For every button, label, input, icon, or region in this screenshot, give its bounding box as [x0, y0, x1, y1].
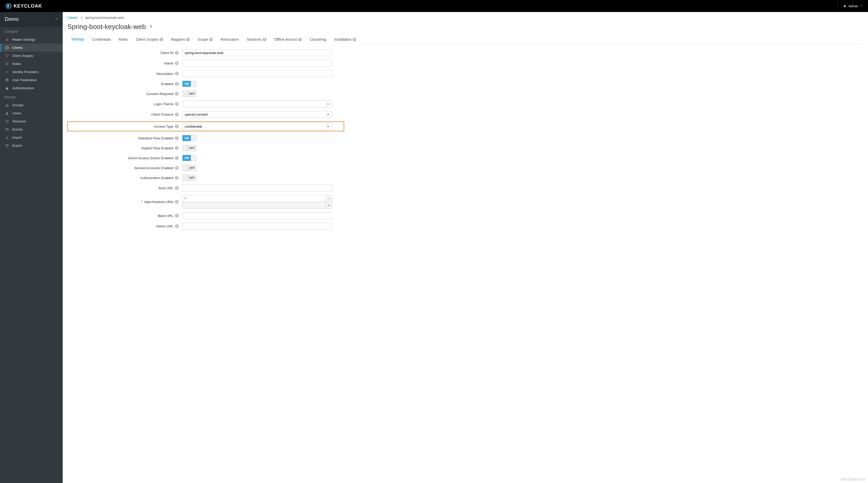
admin-url-input[interactable] [182, 223, 332, 229]
sidebar-item-groups[interactable]: Groups [0, 101, 63, 109]
realm-selector[interactable]: Demo [0, 12, 63, 27]
sidebar-item-sessions[interactable]: Sessions [0, 117, 63, 125]
sidebar-item-clients[interactable]: Clients [0, 43, 63, 52]
sidebar-item-label: Roles [12, 62, 21, 66]
sidebar-item-label: User Federation [12, 78, 36, 82]
tab-mappers[interactable]: Mappers? [167, 34, 194, 44]
cube-icon [5, 46, 9, 50]
breadcrumb: Clients ❯ spring-boot-keycloak-web [67, 16, 863, 20]
sidebar-item-client-scopes[interactable]: Client Scopes [0, 52, 63, 60]
sidebar-item-label: Export [12, 143, 22, 148]
realm-name: Demo [5, 16, 19, 22]
sidebar-item-roles[interactable]: Roles [0, 60, 63, 68]
tab-scope[interactable]: Scope? [194, 34, 217, 44]
sidebar-item-user-federation[interactable]: User Federation [0, 76, 63, 84]
clock-icon [5, 120, 9, 123]
tab-sessions[interactable]: Sessions? [243, 34, 270, 44]
breadcrumb-parent-link[interactable]: Clients [67, 16, 78, 20]
sidebar-item-identity-providers[interactable]: Identity Providers [0, 68, 63, 76]
help-icon: ? [175, 224, 179, 228]
chevron-down-icon [860, 4, 863, 8]
description-input[interactable] [182, 70, 332, 77]
user-menu[interactable]: Admin [838, 0, 863, 12]
help-icon: ? [263, 38, 266, 41]
direct-access-toggle[interactable]: ONOFF [182, 155, 196, 161]
help-icon: ? [175, 166, 179, 170]
tab-clustering[interactable]: Clustering [306, 34, 330, 44]
sidebar-item-label: Realm Settings [12, 38, 35, 41]
client-protocol-select[interactable]: openid-connect [182, 111, 332, 118]
svg-point-16 [7, 104, 8, 105]
svg-point-13 [6, 78, 8, 79]
help-icon: ? [175, 136, 179, 140]
help-icon: ? [175, 186, 179, 190]
help-icon: ? [175, 200, 179, 204]
field-label: * Valid Redirect URIs? [67, 200, 182, 204]
remove-uri-button[interactable]: − [326, 195, 332, 202]
delete-client-button[interactable] [149, 25, 153, 29]
sidebar-item-events[interactable]: Events [0, 125, 63, 133]
svg-point-8 [7, 54, 9, 55]
brand-logo[interactable]: KEYCLOAK [5, 3, 42, 9]
lock-icon [5, 87, 9, 90]
consent-required-toggle[interactable]: ONOFF [182, 91, 196, 97]
user-icon [5, 111, 9, 115]
field-label: Admin URL? [67, 224, 182, 228]
sidebar-item-export[interactable]: Export [0, 141, 63, 150]
field-label: Enabled? [67, 82, 182, 86]
sidebar-item-authentication[interactable]: Authentication [0, 84, 63, 92]
chevron-right-icon: ❯ [81, 16, 83, 19]
form-row-login-theme: Login Theme? [67, 100, 344, 107]
access-type-select[interactable]: confidential [182, 123, 332, 130]
tab-credentials[interactable]: Credentials [89, 34, 115, 44]
help-icon: ? [160, 38, 163, 41]
sidebar-item-label: Users [12, 111, 21, 115]
enabled-toggle[interactable]: ONOFF [182, 81, 196, 87]
help-icon: ? [175, 125, 179, 128]
add-uri-button[interactable]: + [326, 202, 332, 208]
standard-flow-toggle[interactable]: ONOFF [182, 135, 196, 141]
help-icon: ? [352, 38, 356, 41]
user-icon [843, 4, 846, 8]
sidebar-section-header: Configure [0, 27, 63, 35]
service-accounts-toggle[interactable]: ONOFF [182, 165, 196, 171]
field-label: Direct Access Grants Enabled? [67, 156, 182, 160]
tab-offline-access[interactable]: Offline Access? [270, 34, 306, 44]
client-id-input[interactable] [182, 50, 332, 56]
tab-roles[interactable]: Roles [115, 34, 132, 44]
tab-settings[interactable]: Settings [67, 34, 89, 44]
sidebar-item-label: Clients [12, 46, 23, 50]
sidebar-section-header: Manage [0, 92, 63, 101]
help-icon: ? [175, 51, 179, 55]
root-url-input[interactable] [182, 185, 332, 191]
name-input[interactable] [182, 60, 332, 67]
redirect-uri-input[interactable] [182, 195, 326, 202]
field-label: Standard Flow Enabled? [67, 136, 182, 140]
sidebar-item-import[interactable]: Import [0, 133, 63, 141]
help-icon: ? [209, 38, 213, 41]
tab-revocation[interactable]: Revocation [217, 34, 243, 44]
field-label: Login Theme? [67, 102, 182, 106]
tab-client-scopes[interactable]: Client Scopes? [132, 34, 167, 44]
help-icon: ? [298, 38, 302, 41]
field-label: Root URL? [67, 186, 182, 190]
field-label: Implicit Flow Enabled? [67, 146, 182, 150]
form-row-enabled: Enabled?ONOFF [67, 81, 344, 87]
tab-installation[interactable]: Installation? [330, 34, 360, 44]
login-theme-select[interactable] [182, 100, 332, 107]
sliders-icon [5, 38, 9, 41]
implicit-flow-toggle[interactable]: ONOFF [182, 145, 196, 151]
authorization-toggle[interactable]: ONOFF [182, 175, 196, 181]
sidebar-item-realm-settings[interactable]: Realm Settings [0, 35, 63, 43]
sidebar-item-label: Identity Providers [12, 70, 38, 74]
svg-point-9 [6, 56, 7, 57]
sidebar-item-label: Client Scopes [12, 54, 33, 58]
sidebar-item-users[interactable]: Users [0, 109, 63, 117]
export-icon [5, 144, 9, 148]
form-row-authorization-enabled: Authorization Enabled?ONOFF [67, 175, 344, 181]
help-icon: ? [186, 38, 190, 41]
form-row-implicit-flow-enabled: Implicit Flow Enabled?ONOFF [67, 145, 344, 151]
base-url-input[interactable] [182, 212, 332, 219]
form-row-standard-flow-enabled: Standard Flow Enabled?ONOFF [67, 135, 344, 141]
redirect-uri-new-input[interactable] [182, 202, 326, 208]
